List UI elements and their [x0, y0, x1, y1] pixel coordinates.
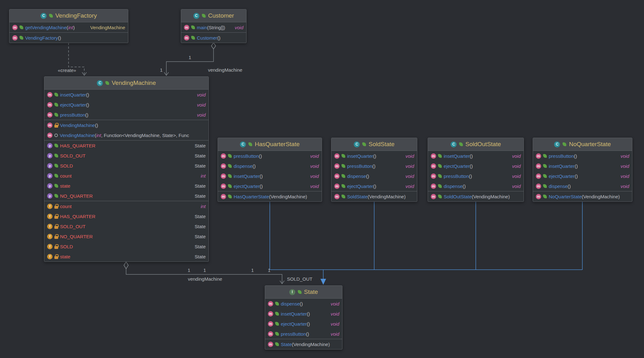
class-header[interactable]: CSoldState [331, 138, 417, 151]
class-node-state[interactable]: IStatemdispense()voidminsetQuarter()void… [265, 285, 342, 350]
field-icon: f [47, 254, 53, 259]
member-row[interactable]: mVendingFactory() [9, 33, 128, 43]
class-header[interactable]: CNoQuarterState [533, 138, 632, 151]
edge-label-sold-out: SOLD_OUT [287, 276, 313, 282]
member-row[interactable]: mpressButton()void [218, 151, 322, 161]
type-token: void [405, 153, 414, 159]
member-row[interactable]: fSOLD_OUTState [44, 221, 208, 231]
member-row[interactable]: mpressButton()void [533, 151, 632, 161]
signature-token: NoQuarterState [549, 194, 582, 199]
public-visibility-icon [54, 103, 58, 107]
class-node-customer[interactable]: CCustomermmain(String[])voidmCustomer() [181, 9, 247, 43]
class-header[interactable]: CCustomer [181, 9, 246, 22]
method-icon: m [334, 163, 340, 169]
member-row[interactable]: minsetQuarter()void [428, 151, 524, 161]
member-row[interactable]: mejectQuarter()void [428, 161, 524, 171]
member-row[interactable]: minsetQuarter()void [218, 171, 322, 181]
member-row[interactable]: mpressButton()void [331, 161, 417, 171]
member-row[interactable]: mejectQuarter()void [218, 181, 322, 191]
member-row[interactable]: mdispense()void [533, 181, 632, 191]
class-node-has-quarter-state[interactable]: CHasQuarterStatempressButton()voidmdispe… [218, 138, 322, 202]
member-row[interactable]: pstateState [44, 181, 208, 191]
member-row[interactable]: fNO_QUARTERState [44, 231, 208, 241]
member-row[interactable]: mejectQuarter()void [44, 100, 208, 110]
type-token: State [195, 163, 206, 168]
class-header[interactable]: IState [265, 286, 342, 298]
member-row[interactable]: mNoQuarterState(VendingMachine) [533, 191, 632, 201]
member-row[interactable]: mdispense()void [428, 181, 524, 191]
member-row[interactable]: mpressButton()void [265, 329, 342, 339]
signature-token: pressButton [444, 173, 469, 179]
member-row[interactable]: mmain(String[])void [181, 22, 246, 32]
member-row[interactable]: mCustomer() [181, 33, 246, 43]
member-type: State [191, 193, 206, 199]
member-row[interactable]: pSOLDState [44, 161, 208, 171]
member-row[interactable]: minsetQuarter()void [331, 151, 417, 161]
member-row[interactable]: mdispense()void [265, 299, 342, 309]
signature-token: VendingMachine [271, 194, 306, 199]
member-row[interactable]: minsetQuarter()void [44, 90, 208, 100]
method-icon: m [47, 133, 53, 138]
member-row[interactable]: mVendingMachine(int, Function<VendingMac… [44, 130, 208, 140]
member-signature: VendingMachine(int, Function<VendingMach… [60, 133, 189, 138]
property-icon: p [47, 193, 53, 199]
edge-customer-vendingmachine[interactable] [166, 49, 214, 75]
member-section: fcountintfHAS_QUARTERStatefSOLD_OUTState… [44, 201, 208, 262]
signature-token: insetQuarter [234, 173, 260, 179]
member-signature: ejectQuarter() [347, 184, 376, 189]
member-row[interactable]: pNO_QUARTERState [44, 191, 208, 201]
member-row[interactable]: mSoldState(VendingMachine) [331, 191, 417, 201]
signature-token: SOLD [60, 244, 73, 249]
member-type: void [327, 331, 339, 337]
member-signature: main(String[]) [197, 25, 225, 30]
method-icon: m [334, 153, 340, 159]
class-icon: C [354, 141, 360, 147]
public-visibility-icon [228, 195, 232, 198]
class-header[interactable]: CSoldOutState [428, 138, 524, 151]
class-node-vending-machine[interactable]: CVendingMachineminsetQuarter()voidmeject… [44, 76, 209, 262]
member-row[interactable]: mpressButton()void [428, 171, 524, 181]
class-header[interactable]: CVendingFactory [9, 9, 128, 22]
class-node-no-quarter-state[interactable]: CNoQuarterStatempressButton()voidminsetQ… [533, 138, 632, 202]
member-row[interactable]: mSoldOutState(VendingMachine) [428, 191, 524, 201]
method-icon: m [334, 173, 340, 179]
public-visibility-icon [228, 184, 232, 188]
member-section: mpressButton()voidminsetQuarter()voidmej… [533, 151, 632, 191]
member-row[interactable]: mpressButton()void [44, 110, 208, 120]
class-node-vending-factory[interactable]: CVendingFactorymgetVendingMachine(int)Ve… [9, 9, 128, 43]
member-row[interactable]: fSOLDState [44, 241, 208, 251]
class-node-sold-out-state[interactable]: CSoldOutStateminsetQuarter()voidmejectQu… [428, 138, 524, 202]
member-row[interactable]: mdispense()void [218, 161, 322, 171]
signature-token: int [96, 133, 101, 138]
member-row[interactable]: mState(VendingMachine) [265, 339, 342, 349]
member-row[interactable]: fstateState [44, 251, 208, 262]
member-row[interactable]: fHAS_QUARTERState [44, 211, 208, 221]
member-row[interactable]: pHAS_QUARTERState [44, 140, 208, 151]
class-header[interactable]: CHasQuarterState [218, 138, 322, 151]
member-row[interactable]: mHasQuarterState(VendingMachine) [218, 191, 322, 201]
signature-token: insetQuarter [347, 153, 373, 159]
class-node-sold-state[interactable]: CSoldStateminsetQuarter()voidmpressButto… [331, 138, 417, 202]
signature-token: VendingMachine [583, 194, 618, 199]
member-row[interactable]: mVendingMachine() [44, 120, 208, 130]
signature-token: () [463, 184, 466, 189]
public-visibility-icon [228, 154, 232, 158]
class-header[interactable]: CVendingMachine [44, 77, 208, 89]
member-row[interactable]: mdispense()void [331, 171, 417, 181]
member-row[interactable]: mejectQuarter()void [533, 171, 632, 181]
member-signature: insetQuarter() [444, 153, 473, 159]
member-row[interactable]: fcountint [44, 201, 208, 211]
member-row[interactable]: pcountint [44, 171, 208, 181]
member-signature: count [60, 173, 72, 179]
method-icon: m [12, 25, 18, 30]
signature-token: ejectQuarter [347, 184, 373, 189]
class-title: VendingFactory [55, 12, 97, 19]
member-row[interactable]: mejectQuarter()void [331, 181, 417, 191]
member-row[interactable]: mejectQuarter()void [265, 319, 342, 329]
member-row[interactable]: minsetQuarter()void [533, 161, 632, 171]
class-title: State [304, 289, 318, 295]
member-row[interactable]: pSOLD_OUTState [44, 151, 208, 161]
edge-label-multiplicity: 1 [203, 267, 206, 273]
member-row[interactable]: mgetVendingMachine(int)VendingMachine [9, 22, 128, 32]
member-row[interactable]: minsetQuarter()void [265, 309, 342, 319]
